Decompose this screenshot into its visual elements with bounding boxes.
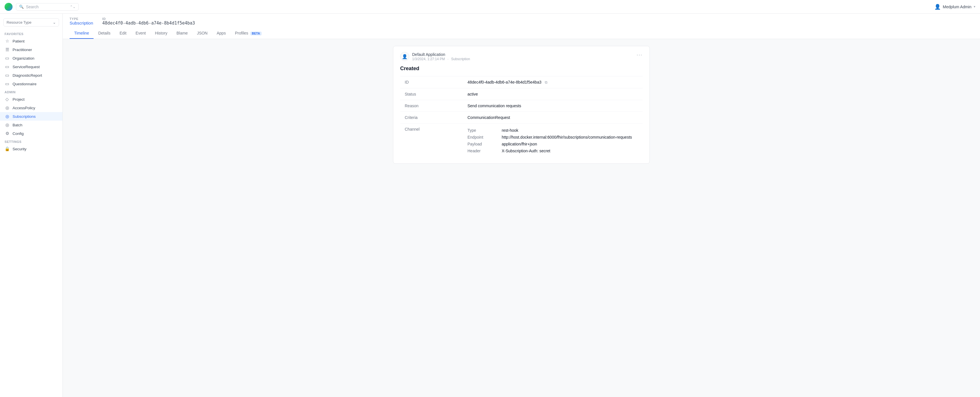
- questionnaire-icon: ▭: [5, 81, 10, 86]
- star-icon: ☆: [5, 38, 10, 44]
- table-row: Status active: [400, 88, 643, 100]
- avatar-icon: 👤: [402, 54, 407, 59]
- org-icon: ▭: [5, 56, 10, 61]
- security-lock-icon: 🔒: [5, 146, 10, 151]
- tab-json[interactable]: JSON: [192, 28, 212, 39]
- content-area: 👤 Default Application 1/3/2024, 1:27:14 …: [63, 39, 980, 170]
- topnav: 🔍 Search ⌃⌄ 👤 Medplum Admin ▾: [0, 0, 980, 14]
- card-menu-button[interactable]: ···: [636, 52, 643, 58]
- channel-type-value: rest-hook: [502, 128, 518, 133]
- channel-payload-row: Payload application/fhir+json: [468, 141, 638, 148]
- table-row: ID 48dec4f0-4adb-4db6-a74e-8b4d1f5e4ba3 …: [400, 76, 643, 88]
- sidebar-item-label: ServiceRequest: [13, 65, 40, 69]
- topnav-right: 👤 Medplum Admin ▾: [934, 4, 975, 10]
- sidebar-item-label: Security: [13, 147, 27, 151]
- sidebar-section-settings: SETTINGS: [0, 138, 62, 145]
- copy-icon[interactable]: ⧉: [545, 80, 547, 85]
- channel-header-row: Header X-Subscription-Auth: secret: [468, 148, 638, 154]
- sidebar-item-label: Subscriptions: [13, 114, 36, 119]
- config-icon: ⚙: [5, 131, 10, 136]
- diagnostic-report-icon: ▭: [5, 73, 10, 78]
- table-row: Channel Type rest-hook Endpoint: [400, 124, 643, 158]
- search-icon: 🔍: [19, 5, 24, 9]
- field-value-status: active: [463, 88, 643, 100]
- main-content: TYPE Subscription ID 48dec4f0-4adb-4db6-…: [63, 14, 980, 397]
- channel-endpoint-row: Endpoint http://host.docker.internal:600…: [468, 134, 638, 141]
- service-request-icon: ▭: [5, 64, 10, 69]
- profiles-beta-badge: BETA: [250, 32, 261, 35]
- table-row: Criteria CommunicationRequest: [400, 112, 643, 124]
- sidebar-item-diagnostic-report[interactable]: ▭ DiagnosticReport: [0, 71, 62, 79]
- author-info: Default Application 1/3/2024, 1:27:14 PM…: [412, 52, 470, 61]
- list-icon: ☰: [5, 47, 10, 52]
- field-value-reason: Send communication requests: [463, 100, 643, 112]
- project-icon: ◇: [5, 97, 10, 102]
- sidebar-item-label: Project: [13, 97, 24, 102]
- tab-profiles-label: Profiles: [235, 31, 248, 35]
- sidebar-item-service-request[interactable]: ▭ ServiceRequest: [0, 62, 62, 71]
- tabs: Timeline Details Edit Event History Blam…: [70, 28, 973, 39]
- channel-type-row: Type rest-hook: [468, 127, 638, 134]
- channel-endpoint-value: http://host.docker.internal:6000/fhir/su…: [502, 135, 632, 140]
- resource-header: TYPE Subscription ID 48dec4f0-4adb-4db6-…: [63, 14, 980, 39]
- card-header: 👤 Default Application 1/3/2024, 1:27:14 …: [400, 52, 643, 61]
- sidebar-item-project[interactable]: ◇ Project: [0, 95, 62, 103]
- sidebar-item-security[interactable]: 🔒 Security: [0, 145, 62, 153]
- tab-blame[interactable]: Blame: [172, 28, 192, 39]
- search-input[interactable]: Search: [26, 5, 68, 9]
- field-label-criteria: Criteria: [400, 112, 463, 124]
- card-author: 👤 Default Application 1/3/2024, 1:27:14 …: [400, 52, 470, 61]
- sidebar-item-config[interactable]: ⚙ Config: [0, 129, 62, 138]
- user-name[interactable]: Medplum Admin: [943, 5, 972, 9]
- sidebar-item-label: Questionnaire: [13, 82, 37, 86]
- timeline-card: 👤 Default Application 1/3/2024, 1:27:14 …: [393, 46, 650, 164]
- sidebar-item-questionnaire[interactable]: ▭ Questionnaire: [0, 79, 62, 88]
- tab-timeline[interactable]: Timeline: [70, 28, 94, 39]
- meta-type-group: TYPE Subscription: [70, 17, 93, 26]
- tab-history[interactable]: History: [150, 28, 172, 39]
- table-row: Reason Send communication requests: [400, 100, 643, 112]
- sidebar-item-access-policy[interactable]: ◎ AccessPolicy: [0, 103, 62, 112]
- resource-meta: TYPE Subscription ID 48dec4f0-4adb-4db6-…: [70, 17, 973, 26]
- tab-profiles[interactable]: Profiles BETA: [231, 28, 266, 39]
- user-menu-chevron-icon[interactable]: ▾: [974, 5, 975, 8]
- avatar: 👤: [400, 52, 409, 61]
- resource-type-chevron-icon: ⌄: [53, 20, 56, 24]
- tab-edit[interactable]: Edit: [115, 28, 131, 39]
- app-logo[interactable]: [5, 3, 13, 11]
- sidebar-section-admin: ADMIN: [0, 88, 62, 95]
- user-avatar-icon: 👤: [934, 4, 941, 10]
- resource-type-value: Subscription: [70, 21, 93, 25]
- sidebar-item-label: Practitioner: [13, 48, 32, 52]
- app-layout: Resource Type ⌄ FAVORITES ☆ Patient ☰ Pr…: [0, 14, 980, 397]
- card-title: Created: [400, 65, 643, 71]
- access-policy-icon: ◎: [5, 105, 10, 110]
- sidebar-item-label: AccessPolicy: [13, 106, 35, 110]
- id-label: ID: [102, 17, 195, 21]
- sidebar-item-subscriptions[interactable]: ◎ Subscriptions: [0, 112, 62, 121]
- sidebar-item-batch[interactable]: ◎ Batch: [0, 121, 62, 129]
- tab-apps[interactable]: Apps: [212, 28, 231, 39]
- sidebar-item-label: Organization: [13, 56, 35, 60]
- channel-header-value: X-Subscription-Auth: secret: [502, 149, 550, 153]
- author-name: Default Application: [412, 52, 470, 57]
- tab-event[interactable]: Event: [131, 28, 150, 39]
- field-value-id: 48dec4f0-4adb-4db6-a74e-8b4d1f5e4ba3 ⧉: [463, 76, 643, 88]
- resource-type-select[interactable]: Resource Type ⌄: [3, 18, 59, 27]
- topnav-left: 🔍 Search ⌃⌄: [5, 3, 79, 11]
- channel-payload-value: application/fhir+json: [502, 142, 537, 146]
- channel-rows: Type rest-hook Endpoint http://host.dock…: [468, 127, 638, 154]
- channel-type-label: Type: [468, 128, 502, 133]
- meta-id-group: ID 48dec4f0-4adb-4db6-a74e-8b4d1f5e4ba3: [102, 17, 195, 26]
- type-label: TYPE: [70, 17, 93, 21]
- sidebar: Resource Type ⌄ FAVORITES ☆ Patient ☰ Pr…: [0, 14, 63, 397]
- search-arrows-icon: ⌃⌄: [70, 5, 76, 9]
- sidebar-item-practitioner[interactable]: ☰ Practitioner: [0, 45, 62, 54]
- author-meta: 1/3/2024, 1:27:14 PM · Subscription: [412, 57, 470, 61]
- tab-details[interactable]: Details: [94, 28, 115, 39]
- resource-id-value: 48dec4f0-4adb-4db6-a74e-8b4d1f5e4ba3: [102, 21, 195, 26]
- sidebar-item-organization[interactable]: ▭ Organization: [0, 54, 62, 62]
- sidebar-item-label: DiagnosticReport: [13, 73, 42, 78]
- sidebar-item-patient[interactable]: ☆ Patient: [0, 37, 62, 45]
- search-box[interactable]: 🔍 Search ⌃⌄: [16, 3, 79, 11]
